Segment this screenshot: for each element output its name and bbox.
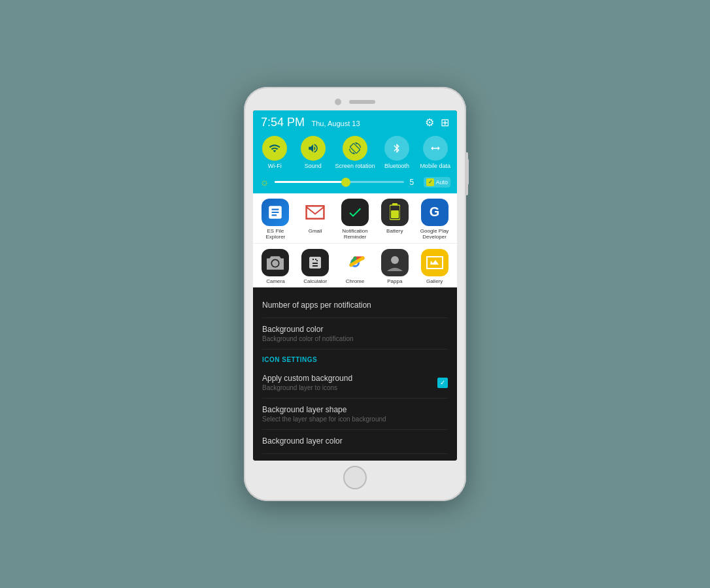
apps-per-notif-text: Number of apps per notification <box>262 301 371 311</box>
bg-color-text: Background color Background color of not… <box>262 325 354 342</box>
auto-button[interactable]: ✓ Auto <box>424 177 450 188</box>
apps-per-notif-title: Number of apps per notification <box>262 301 371 310</box>
apply-custom-bg-item[interactable]: Apply custom background Background layer… <box>262 367 448 399</box>
power-button[interactable] <box>466 159 469 185</box>
sound-label: Sound <box>305 163 322 170</box>
qs-time-date: 7:54 PM Thu, August 13 <box>261 116 360 129</box>
gallery-label: Gallery <box>426 278 443 285</box>
app-chrome[interactable]: Chrome <box>338 249 372 285</box>
auto-label: Auto <box>435 179 448 186</box>
gpd-label: Google Play Developer <box>418 228 452 240</box>
brightness-thumb <box>341 178 350 187</box>
apply-custom-bg-title: Apply custom background <box>262 374 352 383</box>
bg-layer-color-title: Background layer color <box>262 436 343 446</box>
brightness-row: ☼ 5 ✓ Auto <box>253 174 457 193</box>
brightness-icon: ☼ <box>260 176 269 188</box>
chrome-label: Chrome <box>346 278 364 285</box>
apply-custom-bg-checkbox[interactable]: ✓ <box>437 378 448 388</box>
auto-checkbox: ✓ <box>426 178 434 186</box>
apps-per-notification-item[interactable]: Number of apps per notification <box>262 294 448 318</box>
app-notification[interactable]: Notification Reminder <box>338 199 372 240</box>
brightness-value: 5 <box>409 178 418 187</box>
grid-icon[interactable]: ⊞ <box>441 116 449 129</box>
gpd-icon: G <box>421 199 448 226</box>
phone-bottom-bar <box>253 466 457 489</box>
mobile-data-label: Mobile data <box>420 163 450 170</box>
app-icons-section: ES File Explorer Gmail <box>253 193 457 288</box>
bg-layer-shape-subtitle: Select the layer shape for icon backgrou… <box>262 416 386 423</box>
qs-action-icons: ⚙ ⊞ <box>425 116 449 129</box>
mobile-data-toggle[interactable]: Mobile data <box>419 136 452 170</box>
rotation-label: Screen rotation <box>335 163 375 170</box>
notif-icon <box>341 199 369 226</box>
quick-settings-panel: 7:54 PM Thu, August 13 ⚙ ⊞ Wi-Fi <box>253 110 457 193</box>
sound-icon <box>301 136 326 161</box>
brightness-slider[interactable] <box>275 181 405 183</box>
wifi-toggle[interactable]: Wi-Fi <box>258 136 291 170</box>
qs-time: 7:54 PM <box>261 116 305 129</box>
gallery-icon <box>421 249 448 276</box>
bluetooth-toggle[interactable]: Bluetooth <box>380 136 413 170</box>
app-gallery[interactable]: Gallery <box>418 249 452 285</box>
front-camera <box>335 99 341 105</box>
camera-label: Camera <box>266 278 284 285</box>
svg-point-5 <box>391 256 399 264</box>
app-calculator[interactable]: Calculator <box>298 249 332 285</box>
settings-icon[interactable]: ⚙ <box>425 116 434 129</box>
calc-label: Calculator <box>303 278 327 285</box>
app-google-play-dev[interactable]: G Google Play Developer <box>418 199 452 240</box>
bg-layer-color-text: Background layer color <box>262 436 343 447</box>
notif-label: Notification Reminder <box>338 228 372 240</box>
bluetooth-icon <box>384 136 409 161</box>
qs-date: Thu, August 13 <box>312 120 360 127</box>
bg-layer-color-item[interactable]: Background layer color <box>262 430 448 454</box>
mobile-data-icon <box>423 136 448 161</box>
qs-header: 7:54 PM Thu, August 13 ⚙ ⊞ <box>253 110 457 132</box>
gmail-icon <box>301 199 329 226</box>
es-file-label: ES File Explorer <box>258 228 292 240</box>
qs-toggles-row: Wi-Fi Sound Scre <box>253 132 457 174</box>
chrome-icon <box>341 249 369 276</box>
bg-layer-shape-item[interactable]: Background layer shape Select the layer … <box>262 399 448 430</box>
phone-device: 7:54 PM Thu, August 13 ⚙ ⊞ Wi-Fi <box>244 87 466 502</box>
phone-top-bar <box>253 99 457 105</box>
app-row-2: Camera Calculator <box>253 244 457 288</box>
pappa-icon <box>381 249 409 276</box>
bg-layer-shape-text: Background layer shape Select the layer … <box>262 405 386 423</box>
bg-color-title: Background color <box>262 325 354 334</box>
home-button[interactable] <box>343 466 367 489</box>
icon-settings-header: ICON SETTINGS <box>262 350 448 367</box>
gmail-label: Gmail <box>309 228 322 235</box>
brightness-fill <box>275 181 346 183</box>
background-color-item[interactable]: Background color Background color of not… <box>262 318 448 350</box>
app-pappa[interactable]: Pappa <box>378 249 412 285</box>
app-row-1: ES File Explorer Gmail <box>253 193 457 244</box>
app-battery[interactable]: Battery <box>378 199 412 240</box>
rotation-icon <box>343 136 367 161</box>
app-es-file-explorer[interactable]: ES File Explorer <box>258 199 292 240</box>
calc-icon <box>301 249 329 276</box>
sound-toggle[interactable]: Sound <box>297 136 330 170</box>
es-file-icon <box>262 199 289 226</box>
rotation-toggle[interactable]: Screen rotation <box>335 136 375 170</box>
battery-label: Battery <box>386 228 403 235</box>
svg-rect-2 <box>391 210 399 218</box>
phone-screen: 7:54 PM Thu, August 13 ⚙ ⊞ Wi-Fi <box>253 110 457 461</box>
camera-icon <box>262 249 289 276</box>
earpiece-speaker <box>349 100 375 104</box>
battery-icon <box>381 199 409 226</box>
bg-layer-shape-title: Background layer shape <box>262 405 386 414</box>
settings-panel: Number of apps per notification Backgrou… <box>253 287 457 461</box>
apply-custom-bg-text: Apply custom background Background layer… <box>262 374 352 391</box>
wifi-label: Wi-Fi <box>268 163 282 170</box>
apply-custom-bg-subtitle: Background layer to icons <box>262 384 352 391</box>
pappa-label: Pappa <box>387 278 402 285</box>
bg-color-subtitle: Background color of notification <box>262 335 354 342</box>
app-gmail[interactable]: Gmail <box>298 199 332 240</box>
bluetooth-label: Bluetooth <box>384 163 409 170</box>
wifi-icon <box>262 136 287 161</box>
app-camera[interactable]: Camera <box>258 249 292 285</box>
